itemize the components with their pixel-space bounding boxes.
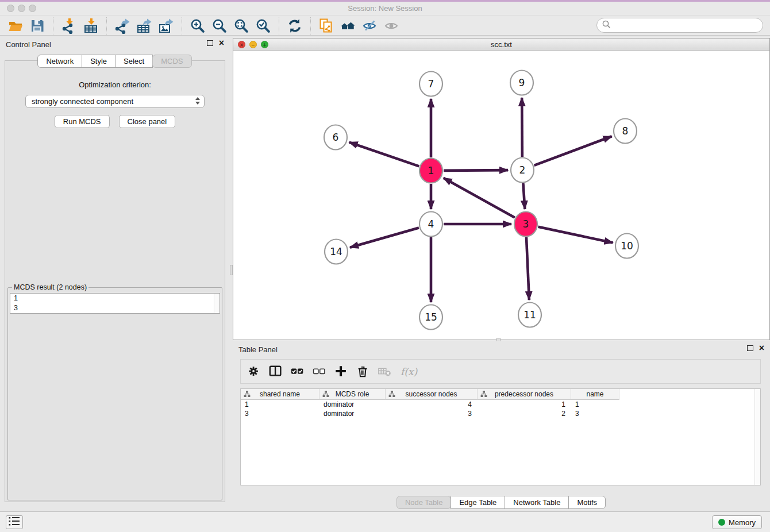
tab-motifs[interactable]: Motifs: [568, 496, 606, 509]
search-input[interactable]: [611, 20, 763, 31]
import-table-button[interactable]: [80, 17, 102, 35]
equation-builder-icon: f(x): [401, 366, 417, 377]
tab-node-table[interactable]: Node Table: [396, 496, 452, 509]
hide-selected-button[interactable]: [359, 17, 381, 35]
import-network-button[interactable]: [58, 17, 80, 35]
zoom-fit-button[interactable]: [230, 17, 252, 35]
column-header-successor-nodes[interactable]: successor nodes: [386, 389, 478, 400]
create-column-icon[interactable]: [333, 363, 350, 380]
table-row[interactable]: 3dominator323: [241, 409, 760, 418]
export-table-button[interactable]: [133, 17, 155, 35]
mcds-result-line: 3: [10, 303, 220, 313]
graph-edge-2-9[interactable]: [522, 98, 522, 157]
graph-edge-1-6[interactable]: [349, 142, 419, 167]
toolbar-separator: [279, 17, 279, 34]
graph-node-6[interactable]: 6: [324, 125, 347, 150]
graph-edge-4-14[interactable]: [350, 228, 419, 247]
cell-shared-name[interactable]: 3: [241, 409, 319, 418]
graph-node-2[interactable]: 2: [511, 158, 534, 183]
graph-node-14[interactable]: 14: [325, 240, 348, 264]
network-window-titlebar[interactable]: × − + scc.txt: [233, 38, 769, 51]
graph-node-9[interactable]: 9: [510, 71, 533, 95]
cell-name[interactable]: 3: [571, 409, 619, 418]
first-neighbors-button[interactable]: [337, 17, 359, 35]
select-all-columns-icon[interactable]: [289, 363, 306, 380]
graph-edge-3-10[interactable]: [538, 227, 613, 243]
show-columns-icon[interactable]: [267, 363, 284, 380]
apply-layout-button[interactable]: [284, 17, 306, 35]
cell-successor-nodes[interactable]: 4: [386, 400, 478, 409]
main-toolbar: [0, 16, 770, 36]
cell-successor-nodes[interactable]: 3: [386, 409, 478, 418]
search-box[interactable]: [596, 18, 763, 33]
tab-edge-table[interactable]: Edge Table: [451, 496, 505, 509]
graph-node-3[interactable]: 3: [514, 212, 537, 237]
network-canvas[interactable]: 7968124314101511: [233, 51, 769, 340]
control-panel-tabs: NetworkStyleSelectMCDS: [0, 55, 230, 68]
tab-network[interactable]: Network: [37, 55, 82, 68]
task-history-button[interactable]: [6, 515, 23, 529]
zoom-selected-button[interactable]: [252, 17, 274, 35]
close-panel-button[interactable]: Close panel: [119, 115, 176, 128]
graph-node-1[interactable]: 1: [419, 159, 442, 183]
cell-name[interactable]: 1: [571, 400, 619, 409]
graph-edge-2-3[interactable]: [523, 183, 525, 209]
graph-node-7[interactable]: 7: [419, 72, 442, 97]
graph-node-4[interactable]: 4: [419, 212, 442, 237]
tab-style[interactable]: Style: [82, 55, 116, 68]
graph-node-8[interactable]: 8: [614, 119, 637, 144]
run-mcds-button[interactable]: Run MCDS: [55, 115, 110, 128]
toolbar-separator: [182, 17, 182, 34]
network-graph[interactable]: 7968124314101511: [233, 51, 769, 340]
column-header-shared-name[interactable]: shared name: [241, 389, 319, 400]
shared-column-icon: [480, 391, 487, 399]
memory-button[interactable]: Memory: [712, 515, 762, 529]
cell-predecessor-nodes[interactable]: 1: [478, 400, 571, 409]
optimization-criterion-label: Optimization criterion:: [5, 80, 225, 89]
unselect-all-columns-icon[interactable]: [311, 363, 328, 380]
column-header-name[interactable]: name: [571, 389, 619, 400]
svg-text:6: 6: [333, 132, 339, 143]
cell-shared-name[interactable]: 1: [241, 400, 319, 409]
table-row[interactable]: 1dominator411: [241, 400, 760, 409]
graph-node-10[interactable]: 10: [615, 234, 638, 259]
delete-columns-icon[interactable]: [355, 363, 372, 380]
float-table-panel-icon[interactable]: [747, 345, 753, 351]
table-scrollbar[interactable]: [754, 389, 760, 485]
table-settings-icon[interactable]: [245, 363, 263, 380]
new-network-from-selection-button[interactable]: [315, 17, 337, 35]
float-panel-icon[interactable]: [207, 40, 213, 46]
cell-predecessor-nodes[interactable]: 2: [478, 409, 571, 418]
graph-edge-1-2[interactable]: [444, 170, 508, 171]
memory-status-icon: [718, 519, 725, 526]
table-panel: Table Panel × f(x) shared nameMCDS roles…: [233, 341, 770, 511]
graph-edge-2-8[interactable]: [534, 136, 612, 165]
svg-text:15: 15: [425, 311, 437, 323]
tab-mcds[interactable]: MCDS: [152, 55, 191, 68]
table-tabs: Node TableEdge TableNetwork TableMotifs: [233, 496, 770, 509]
zoom-in-button[interactable]: [187, 17, 209, 35]
graph-edge-3-11[interactable]: [526, 237, 529, 300]
graph-edge-3-1[interactable]: [444, 178, 515, 218]
node-table: shared nameMCDS rolesuccessor nodesprede…: [240, 388, 761, 485]
close-table-panel-icon[interactable]: ×: [759, 345, 764, 352]
graph-node-15[interactable]: 15: [419, 305, 442, 330]
mcds-result-list[interactable]: 13: [10, 293, 220, 314]
criterion-select[interactable]: strongly connected component: [25, 95, 205, 108]
save-session-button[interactable]: [26, 17, 48, 35]
result-scrollbar[interactable]: [214, 294, 220, 313]
shared-column-icon: [322, 391, 329, 399]
zoom-out-button[interactable]: [209, 17, 230, 35]
tab-select[interactable]: Select: [115, 55, 153, 68]
column-header-predecessor-nodes[interactable]: predecessor nodes: [478, 389, 571, 400]
svg-text:9: 9: [519, 77, 525, 88]
cell-MCDS-role[interactable]: dominator: [319, 409, 386, 418]
close-panel-icon[interactable]: ×: [219, 40, 224, 47]
graph-node-11[interactable]: 11: [518, 303, 541, 327]
column-header-MCDS-role[interactable]: MCDS role: [319, 389, 386, 400]
open-file-button[interactable]: [5, 17, 26, 35]
export-image-button[interactable]: [155, 17, 177, 35]
cell-MCDS-role[interactable]: dominator: [319, 400, 386, 409]
export-network-button[interactable]: [111, 17, 133, 35]
tab-network-table[interactable]: Network Table: [505, 496, 569, 509]
